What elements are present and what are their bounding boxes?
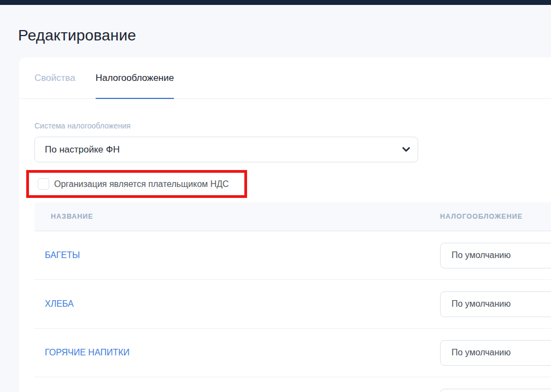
tax-system-select[interactable]: По настройке ФН [34,137,418,162]
table-row [34,377,551,392]
vat-payer-checkbox[interactable] [38,178,49,190]
column-header-taxation: НАЛОГООБЛОЖЕНИЕ [440,213,551,220]
highlight-rectangle: Организация является плательщиком НДС [26,170,247,198]
vat-payer-checkbox-label: Организация является плательщиком НДС [54,179,229,189]
table-row: БАГЕТЫ По умолчанию [34,231,551,280]
tax-select[interactable]: По умолчанию [440,291,551,317]
page-title: Редактирование [18,27,551,44]
tab-taxation[interactable]: Налогообложение [96,57,174,98]
tax-select[interactable]: По умолчанию [440,243,551,268]
table-row: ХЛЕБА По умолчанию [34,280,551,329]
category-link[interactable]: ГОРЯЧИЕ НАПИТКИ [34,348,440,358]
tax-system-label: Система налогообложения [34,121,551,130]
category-link[interactable]: БАГЕТЫ [34,250,440,260]
table-header-row: НАЗВАНИЕ НАЛОГООБЛОЖЕНИЕ [34,202,551,231]
tax-system-select-value: По настройке ФН [45,144,120,155]
table-row: ГОРЯЧИЕ НАПИТКИ По умолчанию [34,329,551,377]
top-navy-bar [0,0,551,5]
tax-select[interactable] [440,389,551,392]
column-header-name: НАЗВАНИЕ [34,213,440,220]
tab-bar: Свойства Налогообложение [19,57,551,99]
tab-taxation-label: Налогообложение [96,73,174,84]
tab-properties-label: Свойства [34,73,75,84]
categories-table: НАЗВАНИЕ НАЛОГООБЛОЖЕНИЕ БАГЕТЫ По умолч… [34,202,551,392]
tax-select-value: По умолчанию [452,250,511,260]
tax-select-value: По умолчанию [452,299,511,309]
category-link[interactable]: ХЛЕБА [34,299,440,309]
tab-properties[interactable]: Свойства [34,57,75,98]
content-card: Свойства Налогообложение Система налогоо… [19,57,551,392]
tax-select-value: По умолчанию [452,348,511,358]
tax-select[interactable]: По умолчанию [440,340,551,366]
active-tab-underline [96,98,174,99]
chevron-down-icon [402,147,410,152]
